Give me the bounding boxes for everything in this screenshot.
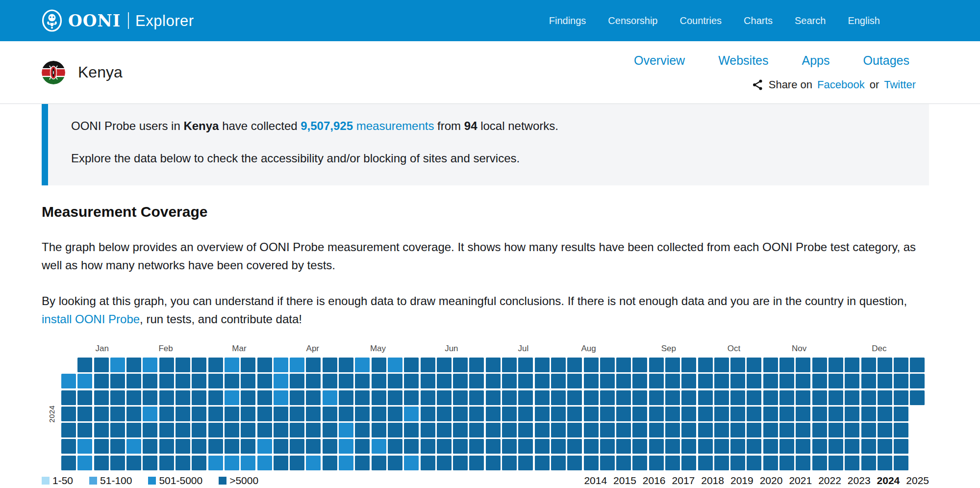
year-2019[interactable]: 2019 — [730, 475, 754, 487]
heatmap-cell[interactable] — [518, 456, 533, 470]
heatmap-cell[interactable] — [649, 439, 664, 454]
heatmap-cell[interactable] — [486, 423, 501, 437]
heatmap-cell[interactable] — [306, 390, 321, 405]
heatmap-cell[interactable] — [894, 374, 908, 388]
heatmap-cell[interactable] — [176, 358, 190, 372]
heatmap-cell[interactable] — [159, 358, 174, 372]
heatmap-cell[interactable] — [502, 407, 517, 421]
heatmap-cell[interactable] — [159, 439, 174, 454]
heatmap-cell[interactable] — [290, 423, 304, 437]
heatmap-cell[interactable] — [812, 407, 827, 421]
heatmap-cell[interactable] — [61, 439, 76, 454]
heatmap-cell[interactable] — [404, 439, 419, 454]
heatmap-cell[interactable] — [94, 358, 109, 372]
heatmap-cell[interactable] — [681, 456, 696, 470]
heatmap-cell[interactable] — [779, 390, 794, 405]
year-2025[interactable]: 2025 — [906, 475, 929, 487]
heatmap-cell[interactable] — [747, 407, 761, 421]
heatmap-cell[interactable] — [94, 423, 109, 437]
heatmap-cell[interactable] — [225, 423, 239, 437]
heatmap-cell[interactable] — [714, 358, 729, 372]
heatmap-cell[interactable] — [437, 358, 452, 372]
heatmap-cell[interactable] — [730, 423, 745, 437]
heatmap-cell[interactable] — [779, 456, 794, 470]
heatmap-cell[interactable] — [469, 456, 484, 470]
heatmap-cell[interactable] — [747, 439, 761, 454]
heatmap-cell[interactable] — [584, 390, 599, 405]
heatmap-cell[interactable] — [372, 390, 386, 405]
heatmap-cell[interactable] — [77, 439, 92, 454]
heatmap-cell[interactable] — [176, 407, 190, 421]
heatmap-cell[interactable] — [616, 374, 631, 388]
heatmap-cell[interactable] — [535, 390, 550, 405]
heatmap-cell[interactable] — [518, 439, 533, 454]
heatmap-cell[interactable] — [600, 456, 615, 470]
heatmap-cell[interactable] — [910, 374, 925, 388]
heatmap-cell[interactable] — [208, 407, 223, 421]
heatmap-cell[interactable] — [812, 456, 827, 470]
heatmap-cell[interactable] — [779, 407, 794, 421]
heatmap-cell[interactable] — [600, 439, 615, 454]
heatmap-cell[interactable] — [192, 374, 206, 388]
heatmap-cell[interactable] — [339, 456, 353, 470]
install-ooni-probe-link[interactable]: install OONI Probe — [42, 312, 140, 326]
heatmap-cell[interactable] — [372, 374, 386, 388]
heatmap-cell[interactable] — [61, 390, 76, 405]
heatmap-cell[interactable] — [61, 374, 76, 388]
heatmap-cell[interactable] — [649, 358, 664, 372]
heatmap-cell[interactable] — [126, 423, 141, 437]
heatmap-cell[interactable] — [796, 358, 810, 372]
heatmap-cell[interactable] — [632, 374, 647, 388]
heatmap-cell[interactable] — [894, 358, 908, 372]
heatmap-cell[interactable] — [861, 423, 876, 437]
heatmap-cell[interactable] — [421, 390, 435, 405]
heatmap-cell[interactable] — [323, 456, 337, 470]
heatmap-cell[interactable] — [192, 407, 206, 421]
heatmap-cell[interactable] — [632, 439, 647, 454]
heatmap-cell[interactable] — [649, 407, 664, 421]
heatmap-cell[interactable] — [535, 423, 550, 437]
heatmap-cell[interactable] — [894, 456, 908, 470]
heatmap-cell[interactable] — [649, 374, 664, 388]
heatmap-cell[interactable] — [355, 456, 370, 470]
heatmap-cell[interactable] — [339, 374, 353, 388]
heatmap-cell[interactable] — [241, 390, 255, 405]
heatmap-cell[interactable] — [779, 358, 794, 372]
heatmap-cell[interactable] — [306, 439, 321, 454]
nav-item-censorship[interactable]: Censorship — [608, 15, 657, 26]
heatmap-cell[interactable] — [616, 358, 631, 372]
heatmap-cell[interactable] — [551, 358, 566, 372]
heatmap-cell[interactable] — [388, 456, 402, 470]
heatmap-cell[interactable] — [421, 439, 435, 454]
heatmap-cell[interactable] — [339, 423, 353, 437]
heatmap-cell[interactable] — [192, 456, 206, 470]
heatmap-cell[interactable] — [845, 423, 859, 437]
heatmap-cell[interactable] — [110, 358, 125, 372]
ooni-explorer-logo[interactable]: OONI Explorer — [42, 9, 194, 32]
heatmap-cell[interactable] — [747, 374, 761, 388]
heatmap-cell[interactable] — [208, 358, 223, 372]
heatmap-cell[interactable] — [665, 407, 680, 421]
heatmap-cell[interactable] — [894, 439, 908, 454]
heatmap-cell[interactable] — [388, 407, 402, 421]
heatmap-cell[interactable] — [208, 374, 223, 388]
tab-apps[interactable]: Apps — [802, 53, 830, 68]
heatmap-cell[interactable] — [665, 423, 680, 437]
heatmap-cell[interactable] — [225, 439, 239, 454]
heatmap-cell[interactable] — [469, 390, 484, 405]
heatmap-cell[interactable] — [878, 407, 892, 421]
nav-item-findings[interactable]: Findings — [549, 15, 586, 26]
heatmap-cell[interactable] — [257, 390, 272, 405]
heatmap-cell[interactable] — [159, 456, 174, 470]
heatmap-cell[interactable] — [861, 390, 876, 405]
heatmap-cell[interactable] — [796, 439, 810, 454]
heatmap-cell[interactable] — [894, 390, 908, 405]
year-2023[interactable]: 2023 — [848, 475, 871, 487]
heatmap-cell[interactable] — [257, 374, 272, 388]
year-2014[interactable]: 2014 — [584, 475, 607, 487]
heatmap-cell[interactable] — [812, 423, 827, 437]
heatmap-cell[interactable] — [584, 423, 599, 437]
heatmap-cell[interactable] — [143, 407, 157, 421]
heatmap-cell[interactable] — [910, 390, 925, 405]
heatmap-cell[interactable] — [714, 423, 729, 437]
